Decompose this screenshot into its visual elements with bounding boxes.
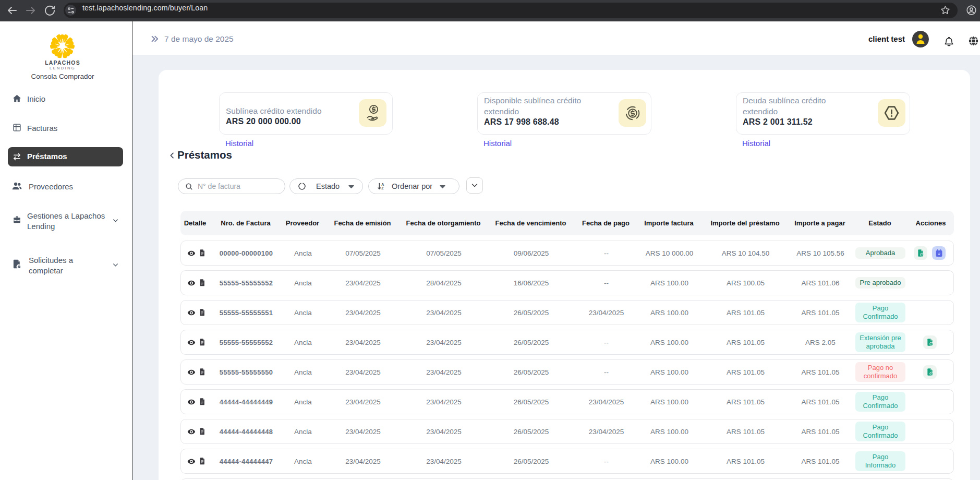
svg-text:A: A <box>381 183 384 186</box>
svg-text:Z: Z <box>381 186 384 190</box>
